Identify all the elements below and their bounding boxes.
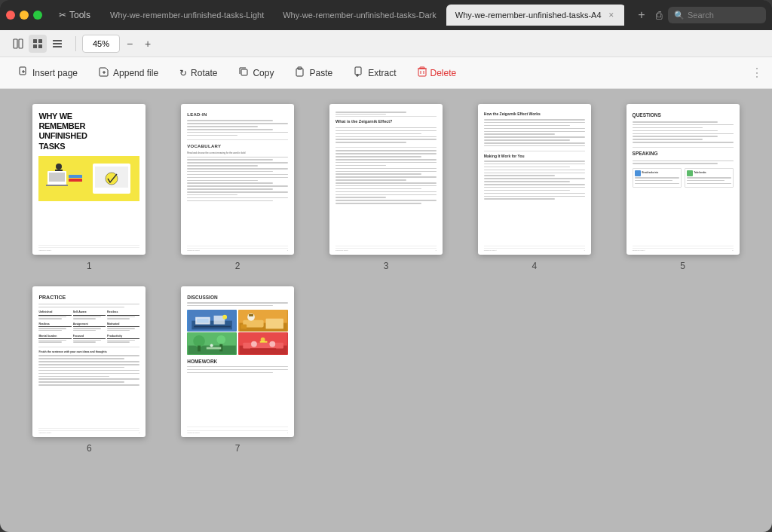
page-number-4: 4 — [532, 261, 537, 271]
svg-rect-3 — [38, 39, 42, 43]
page-grid-row1: WHY WEREMEMBERUNFINISHEDTASKS — [23, 104, 749, 271]
page-thumb-1[interactable]: WHY WEREMEMBERUNFINISHEDTASKS — [32, 104, 146, 255]
page6-instructions — [38, 304, 139, 309]
toolbar-sep-1 — [75, 36, 76, 51]
search-icon: 🔍 — [674, 11, 685, 20]
insert-page-label: Insert page — [32, 68, 78, 78]
page-item-6[interactable]: PRACTICE Unfinished — [23, 286, 156, 454]
title-bar-right: + ⎙ 🔍 Search — [633, 7, 766, 23]
append-file-label: Append file — [113, 68, 158, 78]
svg-rect-34 — [69, 179, 82, 182]
page-content-5: QUESTIONS SPEAKING — [626, 104, 740, 255]
svg-point-58 — [210, 344, 213, 347]
page5-footer: zeigarnik.effect5 — [633, 246, 734, 252]
page2-vocab-intro: Read and choose the correct meaning for … — [187, 151, 288, 154]
page2-divider — [187, 139, 288, 140]
secondary-toolbar: 45% − + — [0, 30, 772, 57]
page-content-7: DISCUSSION — [181, 286, 294, 437]
tab-list: Why-we-remember-unfinished-tasks-Light W… — [101, 5, 624, 26]
discussion-image-4 — [238, 332, 288, 354]
svg-rect-27 — [49, 173, 65, 182]
page-grid-row2: PRACTICE Unfinished — [23, 286, 749, 454]
page5-speaking-title: SPEAKING — [633, 150, 734, 157]
tab-dark[interactable]: Why-we-remember-unfinished-tasks-Dark — [274, 5, 446, 26]
svg-rect-48 — [265, 318, 283, 329]
tab-light-label: Why-we-remember-unfinished-tasks-Light — [110, 11, 264, 20]
more-options-icon[interactable]: ⋮ — [751, 66, 763, 80]
append-file-button[interactable]: Append file — [90, 62, 167, 84]
svg-point-66 — [261, 338, 265, 342]
page7-footer: zeigarnik.effect7 — [187, 427, 288, 435]
fullscreen-button[interactable] — [33, 11, 42, 20]
svg-rect-2 — [33, 39, 37, 43]
view-list-icon[interactable] — [48, 35, 66, 53]
svg-rect-8 — [53, 46, 62, 47]
page-thumb-4[interactable]: How the Zeigarnik Effect Works — [478, 104, 591, 255]
page-thumb-7[interactable]: DISCUSSION — [181, 286, 294, 437]
view-icon-group — [9, 35, 66, 53]
page6-word-table-2: Restless Assignment Motivated — [38, 323, 139, 332]
zoom-control: 45% − + — [82, 35, 156, 53]
svg-rect-61 — [243, 343, 283, 349]
page4-title: How the Zeigarnik Effect Works — [484, 112, 585, 117]
page2-footer: zeigarnik.effect2 — [187, 246, 288, 252]
page-item-4[interactable]: How the Zeigarnik Effect Works — [467, 104, 601, 271]
svg-rect-50 — [249, 314, 253, 316]
rotate-button[interactable]: ↻ Rotate — [170, 62, 226, 84]
page2-lead-questions — [187, 120, 288, 136]
svg-rect-0 — [14, 39, 17, 48]
rotate-icon: ↻ — [179, 68, 187, 78]
page-thumb-2[interactable]: LEAD-IN VOCABULARY Read and cho — [181, 104, 294, 255]
svg-rect-4 — [33, 44, 37, 48]
close-button[interactable] — [6, 11, 15, 20]
svg-point-63 — [269, 341, 275, 347]
zoom-display[interactable]: 45% — [82, 35, 120, 53]
page-number-1: 1 — [87, 261, 92, 271]
page6-word-table-3: Mental burden Focused Productivity — [38, 335, 139, 344]
delete-button[interactable]: Delete — [409, 62, 466, 84]
zoom-in-button[interactable]: + — [139, 35, 156, 52]
search-bar[interactable]: 🔍 Search — [668, 7, 766, 23]
scissors-icon: ✂ — [59, 10, 66, 20]
cover-title: WHY WEREMEMBERUNFINISHEDTASKS — [38, 112, 139, 151]
view-grid-icon[interactable] — [29, 35, 47, 53]
discussion-image-3 — [187, 332, 237, 354]
extract-button[interactable]: Extract — [345, 62, 405, 84]
svg-rect-28 — [46, 185, 68, 186]
svg-rect-30 — [55, 170, 63, 171]
tools-menu[interactable]: ✂ Tools — [54, 8, 95, 22]
tab-a4-label: Why-we-remember-unfinished-tasks-A4 — [455, 11, 602, 20]
page-item-1[interactable]: WHY WEREMEMBERUNFINISHEDTASKS — [23, 104, 156, 271]
page-thumb-3[interactable]: What is the Zeigarnik Effect? — [329, 104, 443, 255]
page-item-2[interactable]: LEAD-IN VOCABULARY Read and cho — [171, 104, 305, 271]
zoom-out-button[interactable]: − — [121, 35, 138, 52]
svg-rect-57 — [207, 347, 222, 350]
page7-homework-title: HOMEWORK — [187, 358, 288, 365]
page-content-4: How the Zeigarnik Effect Works — [478, 104, 591, 255]
page-thumb-6[interactable]: PRACTICE Unfinished — [32, 286, 146, 437]
svg-rect-7 — [53, 43, 62, 44]
tab-a4-close-icon[interactable]: ✕ — [606, 10, 617, 20]
copy-button[interactable]: Copy — [229, 62, 283, 84]
share-button[interactable]: ⎙ — [656, 9, 662, 21]
copy-icon — [238, 66, 249, 79]
discussion-image-1 — [187, 310, 237, 332]
tab-light[interactable]: Why-we-remember-unfinished-tasks-Light — [101, 5, 273, 26]
svg-rect-5 — [38, 44, 42, 48]
page-item-5[interactable]: QUESTIONS SPEAKING — [616, 104, 749, 271]
page-item-7[interactable]: DISCUSSION — [171, 286, 305, 454]
new-tab-button[interactable]: + — [633, 7, 650, 23]
page-item-3[interactable]: What is the Zeigarnik Effect? — [320, 104, 453, 271]
minimize-button[interactable] — [20, 11, 29, 20]
paste-button[interactable]: Paste — [286, 62, 342, 84]
insert-page-button[interactable]: Insert page — [9, 62, 87, 84]
svg-rect-17 — [355, 67, 361, 75]
page-number-7: 7 — [235, 443, 240, 454]
page-content-2: LEAD-IN VOCABULARY Read and cho — [181, 104, 294, 255]
tab-a4[interactable]: Why-we-remember-unfinished-tasks-A4 ✕ — [446, 5, 624, 26]
page6-footer: zeigarnik.effect6 — [38, 428, 139, 435]
view-sidebar-icon[interactable] — [9, 35, 27, 53]
svg-rect-47 — [240, 324, 247, 329]
word-col9: Productivity — [107, 335, 139, 339]
page-thumb-5[interactable]: QUESTIONS SPEAKING — [626, 104, 740, 255]
